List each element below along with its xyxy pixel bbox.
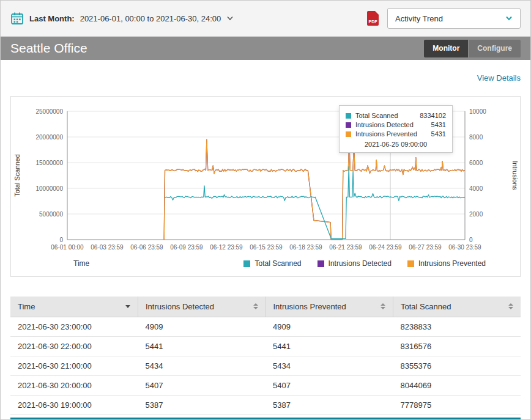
legend-swatch [407, 260, 414, 267]
svg-text:20000000: 20000000 [36, 134, 64, 141]
tooltip-label: Intrusions Detected [355, 121, 431, 128]
title-bar: Seattle Office Monitor Configure [1, 37, 530, 60]
chart-tooltip-rows: Total Scanned8334102Intrusions Detected5… [346, 112, 446, 138]
svg-text:0: 0 [59, 237, 63, 243]
pdf-export-icon[interactable]: PDF [367, 11, 379, 26]
table-row: 2021-06-30 20:00:00540754078044069 [10, 375, 521, 395]
legend-label: Intrusions Detected [329, 259, 392, 268]
legend-swatch [317, 260, 324, 267]
svg-text:6000: 6000 [469, 160, 483, 166]
svg-text:0: 0 [469, 237, 473, 243]
table-cell: 7778975 [393, 395, 521, 414]
svg-text:06-03 23:59: 06-03 23:59 [91, 244, 124, 251]
svg-text:5000000: 5000000 [39, 211, 63, 218]
table-cell: 5434 [138, 356, 266, 375]
monitor-button[interactable]: Monitor [424, 40, 468, 57]
table-cell: 8044069 [393, 375, 521, 395]
table-cell: 5407 [266, 375, 393, 395]
tooltip-swatch [346, 122, 351, 128]
table-cell: 5441 [138, 336, 266, 356]
column-header[interactable]: Intrusions Detected [138, 297, 266, 317]
legend-label: Intrusions Prevented [418, 259, 486, 268]
sort-toggle-icon [253, 303, 258, 309]
table-row: 2021-06-30 19:00:00538753877778975 [10, 395, 521, 414]
column-header[interactable]: Total Scanned [393, 297, 521, 317]
svg-text:10000000: 10000000 [36, 185, 64, 192]
content-area: View Details 050000001000000015000000200… [1, 73, 530, 415]
legend-swatch [243, 260, 250, 267]
page-title: Seattle Office [10, 41, 87, 56]
legend-item[interactable]: Intrusions Detected [317, 259, 392, 268]
column-header-label: Total Scanned [401, 302, 451, 311]
svg-text:15000000: 15000000 [36, 160, 64, 166]
table-header-row: TimeIntrusions DetectedIntrusions Preven… [10, 297, 521, 317]
svg-text:06-01 00:00: 06-01 00:00 [51, 244, 84, 251]
svg-text:Total Scanned: Total Scanned [13, 154, 21, 197]
activity-trend-card: 0500000010000000150000002000000025000000… [10, 96, 521, 277]
svg-text:10000: 10000 [469, 108, 486, 115]
svg-text:Intrusions: Intrusions [511, 161, 519, 190]
svg-text:25000000: 25000000 [36, 108, 64, 115]
tooltip-label: Total Scanned [355, 112, 420, 119]
configure-button[interactable]: Configure [469, 40, 521, 57]
tooltip-timestamp: 2021-06-25 09:00:00 [346, 141, 446, 148]
svg-text:06-21 23:59: 06-21 23:59 [329, 244, 362, 251]
column-header-label: Time [18, 302, 35, 311]
svg-text:06-18 23:59: 06-18 23:59 [289, 244, 322, 251]
table-cell: 5387 [266, 395, 393, 414]
report-type-select[interactable]: Activity Trend [387, 8, 521, 29]
tooltip-row: Total Scanned8334102 [346, 112, 446, 119]
sort-toggle-icon [508, 303, 513, 309]
top-bar-actions: PDF Activity Trend [367, 8, 521, 29]
bottom-accent-bar [10, 418, 521, 419]
svg-text:06-09 23:59: 06-09 23:59 [170, 244, 203, 251]
table-cell: 5434 [266, 356, 393, 375]
x-axis-title: Time [73, 259, 89, 268]
view-details-row: View Details [10, 73, 521, 83]
tooltip-value: 8334102 [420, 112, 446, 119]
pdf-fold-corner [375, 11, 379, 15]
table-cell: 2021-06-30 20:00:00 [10, 375, 138, 395]
column-header-label: Intrusions Prevented [273, 302, 346, 311]
legend-item[interactable]: Intrusions Prevented [407, 259, 486, 268]
view-details-link[interactable]: View Details [477, 73, 521, 83]
table-cell: 4909 [266, 317, 393, 336]
mode-toggle: Monitor Configure [424, 40, 521, 57]
column-header[interactable]: Time [10, 297, 138, 317]
table-cell: 5441 [266, 336, 393, 356]
svg-text:8000: 8000 [469, 134, 483, 141]
table-row: 2021-06-30 22:00:00544154418316576 [10, 336, 521, 356]
select-chevron-icon [505, 16, 513, 21]
top-bar: Last Month: 2021-06-01, 00:00 to 2021-06… [1, 1, 530, 37]
svg-text:06-15 23:59: 06-15 23:59 [250, 244, 283, 251]
tooltip-row: Intrusions Prevented5431 [346, 130, 446, 138]
chevron-down-icon [226, 16, 234, 21]
table-cell: 2021-06-30 19:00:00 [10, 395, 138, 414]
date-range-label: Last Month: [29, 14, 75, 23]
svg-text:06-06 23:59: 06-06 23:59 [130, 244, 163, 251]
table-cell: 4909 [138, 317, 266, 336]
table-body: 2021-06-30 23:00:004909490982388332021-0… [10, 317, 521, 414]
table-header: TimeIntrusions DetectedIntrusions Preven… [10, 297, 521, 317]
tooltip-value: 5431 [431, 121, 446, 128]
table-cell: 8355376 [393, 356, 521, 375]
chart-tooltip: Total Scanned8334102Intrusions Detected5… [339, 105, 453, 153]
column-header[interactable]: Intrusions Prevented [266, 297, 393, 317]
legend-item[interactable]: Total Scanned [243, 259, 301, 268]
table-cell: 2021-06-30 23:00:00 [10, 317, 138, 336]
dashboard-page: Last Month: 2021-06-01, 00:00 to 2021-06… [0, 0, 531, 420]
report-type-value: Activity Trend [395, 14, 443, 23]
table-cell: 2021-06-30 21:00:00 [10, 356, 138, 375]
calendar-icon [10, 12, 24, 25]
table-row: 2021-06-30 23:00:00490949098238833 [10, 317, 521, 336]
table-row: 2021-06-30 21:00:00543454348355376 [10, 356, 521, 375]
date-range-value: 2021-06-01, 00:00 to 2021-06-30, 24:00 [80, 14, 221, 23]
table-cell: 5407 [138, 375, 266, 395]
sort-descending-icon [125, 305, 130, 308]
tooltip-row: Intrusions Detected5431 [346, 121, 446, 128]
sort-toggle-icon [381, 303, 385, 309]
svg-text:06-30 23:59: 06-30 23:59 [448, 244, 481, 251]
svg-text:4000: 4000 [469, 185, 483, 192]
date-range-selector[interactable]: Last Month: 2021-06-01, 00:00 to 2021-06… [10, 12, 234, 25]
tooltip-label: Intrusions Prevented [355, 130, 431, 138]
